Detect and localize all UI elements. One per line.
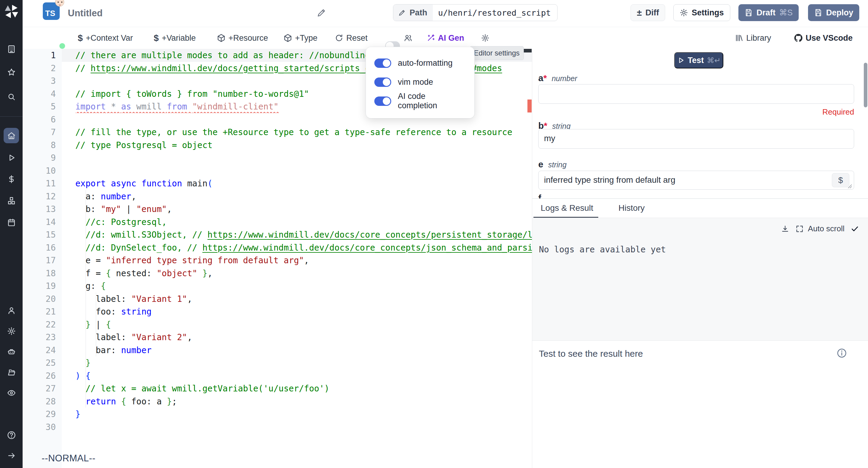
sidebar-item-person[interactable]	[4, 303, 19, 318]
code-line[interactable]: 19 g: {	[23, 280, 532, 293]
info-icon[interactable]	[837, 348, 847, 358]
panel-scrollbar-thumb[interactable]	[864, 63, 867, 107]
sidebar-item-star[interactable]	[4, 64, 19, 80]
code-line[interactable]: 20 label: "Variant 1",	[23, 293, 532, 305]
sidebar-item-folder[interactable]	[4, 364, 19, 380]
result-placeholder: Test to see the result here	[539, 349, 643, 359]
scrollbar-thumb[interactable]	[524, 49, 532, 53]
arrow-right-icon	[7, 451, 16, 460]
collaborators-icon[interactable]	[404, 27, 412, 49]
sidebar-item-play[interactable]	[4, 150, 19, 165]
code-line[interactable]: 18 f = { nested: "object" },	[23, 267, 532, 280]
code-line[interactable]: 27 // let x = await wmill.getVariable('u…	[23, 382, 532, 395]
field-b-input[interactable]	[538, 129, 854, 149]
add-resource-button[interactable]: +Resource	[217, 27, 268, 49]
auto-scroll-check-icon[interactable]	[850, 225, 859, 233]
tab-history[interactable]: History	[618, 199, 645, 217]
sidebar-item-help[interactable]	[4, 427, 19, 443]
code-line[interactable]: 12 a: number,	[23, 190, 532, 203]
auto-scroll-label[interactable]: Auto scroll	[808, 224, 844, 233]
deploy-button[interactable]: Deploy	[808, 4, 859, 21]
logs-result-section: Logs & Result History Auto scroll No log…	[532, 198, 868, 468]
tab-logs-result[interactable]: Logs & Result	[541, 199, 593, 217]
toggle-switch[interactable]	[374, 59, 391, 68]
code-line[interactable]: 10	[23, 164, 532, 177]
toggle-label: AI code completion	[398, 92, 466, 110]
code-line[interactable]: 17 e = "inferred type string from defaul…	[23, 254, 532, 267]
sidebar-item-search[interactable]	[4, 89, 19, 104]
no-logs-message: No logs are available yet	[539, 244, 666, 255]
insert-variable-addon-button[interactable]: $	[832, 173, 849, 187]
code-line[interactable]: 7// fill the type, or use the +Resource …	[23, 126, 532, 139]
code-line[interactable]: 15 //d: wmill.S3Object, // https://www.w…	[23, 228, 532, 241]
code-line[interactable]: 9	[23, 151, 532, 164]
test-button[interactable]: Test ⌘↵	[674, 52, 723, 68]
line-number: 5	[23, 100, 62, 113]
add-type-button[interactable]: +Type	[284, 27, 317, 49]
sidebar-item-robot[interactable]	[4, 344, 19, 359]
sidebar-item-home[interactable]	[4, 128, 19, 143]
code-line[interactable]: 29}	[23, 408, 532, 421]
toggle-switch[interactable]	[374, 96, 391, 106]
add-variable-button[interactable]: $ +Variable	[154, 27, 196, 49]
add-context-var-button[interactable]: $ +Context Var	[78, 27, 133, 49]
code-line[interactable]: 21 foo: string	[23, 305, 532, 318]
line-number: 4	[23, 87, 62, 100]
diff-button[interactable]: ± Diff	[630, 4, 665, 21]
line-number: 23	[23, 331, 62, 344]
sidebar-item-eye[interactable]	[4, 385, 19, 401]
save-icon	[744, 8, 753, 17]
reset-button[interactable]: Reset	[335, 27, 368, 49]
field-e-input[interactable]	[538, 171, 854, 190]
home-icon	[7, 131, 16, 140]
editor-settings-button[interactable]	[481, 27, 490, 49]
line-number: 3	[23, 75, 62, 87]
search-icon	[7, 92, 16, 101]
code-line-content: foo: string	[62, 305, 532, 318]
code-line-content: // fill the type, or use the +Resource t…	[62, 126, 532, 139]
ai-gen-button[interactable]: AI Gen	[427, 27, 464, 49]
sidebar-item-calendar[interactable]	[4, 215, 19, 230]
setting-row-auto-formatting: auto-formatting	[374, 56, 466, 70]
code-line[interactable]: 28 return { foo: a };	[23, 395, 532, 408]
resize-handle[interactable]	[847, 184, 852, 189]
code-line[interactable]: 30	[23, 421, 532, 434]
code-line[interactable]: 24 bar: number	[23, 344, 532, 357]
sidebar-item-gear[interactable]	[4, 323, 19, 339]
edit-title-pencil-icon[interactable]	[316, 7, 327, 18]
code-line[interactable]: 26) {	[23, 370, 532, 382]
toggle-label: vim mode	[398, 78, 433, 87]
code-line-content: ) {	[62, 370, 532, 382]
expand-logs-icon[interactable]	[795, 225, 804, 233]
code-line[interactable]: 8// type Postgresql = object	[23, 139, 532, 152]
library-button[interactable]: Library	[735, 27, 771, 49]
folder-icon	[7, 368, 16, 377]
code-line[interactable]: 14 //c: Postgresql,	[23, 215, 532, 229]
sidebar-item-arrow-right[interactable]	[4, 448, 19, 463]
run-preview-panel: Test ⌘↵ a*number Required b*string estri…	[532, 49, 868, 468]
draft-button[interactable]: Draft ⌘S	[738, 4, 799, 21]
code-line-content: }	[62, 408, 532, 421]
sidebar-item-building[interactable]	[4, 41, 19, 57]
code-line[interactable]: 22 } | {	[23, 318, 532, 331]
sidebar-item-dollar[interactable]	[4, 171, 19, 187]
code-line-content: bar: number	[62, 344, 532, 357]
code-line[interactable]: 11export async function main(	[23, 177, 532, 190]
windmill-logo-icon[interactable]	[4, 4, 19, 19]
sidebar-item-cubes[interactable]	[4, 193, 19, 208]
code-line[interactable]: 25 }	[23, 356, 532, 370]
panel-divider[interactable]	[532, 49, 532, 468]
use-vscode-button[interactable]: Use VScode	[794, 27, 852, 49]
line-number: 15	[23, 228, 62, 241]
code-line-content: f = { nested: "object" },	[62, 267, 532, 280]
path-value: u/henri/restored_script	[433, 8, 558, 18]
settings-button[interactable]: Settings	[673, 4, 730, 21]
code-line[interactable]: 23 label: "Variant 2",	[23, 331, 532, 344]
script-path-chip[interactable]: Path u/henri/restored_script	[393, 4, 558, 21]
sidebar-divider	[0, 116, 23, 117]
field-a-input[interactable]	[538, 84, 854, 104]
download-logs-icon[interactable]	[781, 225, 789, 233]
code-line[interactable]: 13 b: "my" | "enum",	[23, 203, 532, 215]
code-line[interactable]: 16 //d: DynSelect_foo, // https://www.wi…	[23, 241, 532, 254]
toggle-switch[interactable]	[374, 78, 391, 87]
